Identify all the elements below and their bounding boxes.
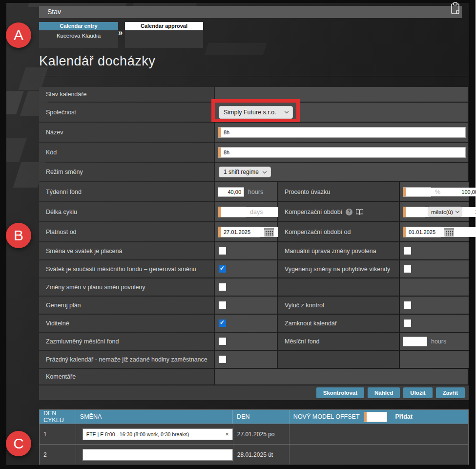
cycle-day-cell: 2 (40, 445, 76, 465)
label-kompenzacni-obdobi-od: Kompenzační období od (278, 222, 399, 241)
workflow-step-assignee: Kucerova Klaudia (39, 30, 118, 39)
offset-input[interactable] (367, 412, 387, 422)
empty-value-cell (400, 351, 469, 368)
label-delka-cyklu: Délka cyklu (39, 202, 214, 221)
label-platnost-od: Platnost od (39, 222, 214, 241)
komentare-value[interactable] (215, 369, 468, 384)
status-bar: Stav (39, 6, 462, 18)
label-kompenzacni-obdobi: Kompenzační období (285, 209, 342, 215)
chevron-down-icon (263, 169, 267, 173)
offset-input-wrap (364, 412, 387, 422)
label-nazev: Název (39, 123, 214, 142)
book-icon[interactable] (355, 209, 364, 215)
label-spolecnost: Společnost (39, 103, 214, 122)
shift-combobox[interactable] (83, 429, 232, 440)
decor-shape (6, 138, 27, 162)
shift-combobox[interactable] (83, 449, 232, 460)
workflow-step-assignee (125, 30, 203, 33)
label-svatek-soucasti: Svátek je součástí měsíčního fondu – gen… (39, 260, 214, 277)
platnost-od-wrap (218, 227, 260, 237)
rezim-smeny-select[interactable]: 1 shift regime (219, 167, 271, 177)
label-manualni-uprava: Manuální úprava změny povolena (278, 242, 399, 259)
clipboard-icon[interactable] (450, 2, 461, 16)
checkbox-vygeneruj-vikendy[interactable] (404, 265, 411, 273)
label-zamknout: Zamknout kalendář (278, 315, 399, 332)
shift-combobox-wrap: × (83, 428, 233, 440)
workflow-step-header: Calendar entry (39, 22, 118, 30)
shift-table-row: 1 × 27.01.2025 po (40, 424, 468, 444)
procento-uvazku-unit: % (435, 189, 440, 195)
zavrit-button[interactable]: Zavřít (436, 387, 465, 398)
checkbox-svatek-soucasti[interactable] (219, 265, 226, 273)
checkbox-manualni-uprava[interactable] (404, 247, 411, 255)
pridat-button[interactable]: Přidat (395, 413, 413, 420)
ulozit-button[interactable]: Uložit (403, 387, 432, 398)
mesicni-fond-input[interactable] (403, 337, 427, 346)
kompenzacni-obdobi-wrap (403, 207, 425, 217)
offset-label: NOVÝ MODEL OFFSET (293, 413, 360, 420)
tydenni-fond-input[interactable] (218, 188, 244, 196)
shift-table-header: DEN CYKLU SMĚNA DEN NOVÝ MODEL OFFSET Př… (40, 410, 468, 424)
annotation-circle-c: C (6, 431, 31, 456)
skontrolovat-button[interactable]: Skontrolovat (316, 387, 364, 398)
annotation-circle-b: B (6, 223, 31, 248)
annotation-circle-a: A (6, 22, 31, 48)
decor-shape (205, 43, 267, 55)
shift-table-row: 2 28.01.2025 út (40, 444, 468, 465)
label-stav-kalendare: Stav kalendáře (39, 87, 214, 102)
kod-input[interactable] (221, 148, 465, 157)
checkbox-viditelne[interactable] (219, 320, 226, 327)
rezim-smeny-select-value: 1 shift regime (224, 169, 259, 175)
checkbox-zazmluvneny[interactable] (219, 338, 226, 345)
procento-uvazku-input[interactable] (406, 188, 476, 196)
kompenzacni-obdobi-od-input[interactable] (406, 227, 476, 237)
label-zmeny-smen: Změny směn v plánu směn povoleny (39, 278, 214, 296)
label-komentare: Komentáře (39, 369, 214, 384)
checkbox-vyluc-kontrol[interactable] (404, 301, 411, 309)
checkbox-zmeny-smen[interactable] (219, 283, 226, 291)
nahled-button[interactable]: Náhled (368, 387, 400, 398)
checkbox-generuj-plan[interactable] (219, 301, 226, 309)
label-rezim-smeny: Režim směny (39, 163, 214, 181)
empty-label-cell (278, 278, 399, 296)
spolecnost-select[interactable]: Simply Future s.r.o. (219, 106, 293, 119)
mesicni-fond-wrap (403, 337, 427, 346)
calendar-icon[interactable] (264, 227, 274, 237)
clear-icon[interactable]: × (225, 430, 229, 438)
label-vyluc-kontrol: Vyluč z kontrol (278, 297, 399, 314)
kod-input-wrap (218, 147, 466, 158)
calendar-icon[interactable] (444, 227, 455, 237)
label-smena-svatek: Směna ve svátek je placená (39, 242, 214, 259)
empty-value-cell (400, 278, 469, 296)
nazev-input-wrap (218, 127, 466, 138)
kompenzacni-obdobi-od-wrap (403, 227, 441, 237)
page-title: Kalendář docházky (39, 54, 155, 69)
offset-cell (290, 445, 468, 465)
chevron-down-icon (285, 109, 289, 113)
label-procento-uvazku: Procento úvazku (278, 182, 399, 201)
spolecnost-select-value: Simply Future s.r.o. (224, 109, 276, 116)
shift-combobox-wrap (83, 449, 233, 461)
checkbox-smena-svatek[interactable] (219, 247, 226, 255)
delka-cyklu-unit: days (250, 209, 263, 215)
column-smena: SMĚNA (76, 410, 233, 424)
form-actions: Skontrolovat Náhled Uložit Zavřít (39, 385, 469, 400)
checkbox-prazdny-kalendar[interactable] (219, 356, 226, 363)
offset-cell (290, 424, 468, 444)
label-vygeneruj-vikendy: Vygeneruj směny na pohyblivé víkendy (278, 260, 399, 277)
tydenni-fond-wrap (218, 187, 244, 197)
label-tydenni-fond: Týdenní fond (39, 182, 214, 201)
kompenzacni-obdobi-unit-value: měsíc(ů) (431, 209, 453, 215)
empty-label-cell (278, 351, 399, 368)
delka-cyklu-wrap (218, 207, 246, 217)
mesicni-fond-unit: hours (431, 338, 446, 345)
title-divider (39, 76, 469, 76)
kompenzacni-obdobi-unit-select[interactable]: měsíc(ů) (428, 207, 462, 217)
workflow-step-calendar-approval[interactable]: Calendar approval (125, 22, 203, 48)
calendar-form: Stav kalendáře Společnost Simply Future … (39, 87, 469, 400)
help-icon[interactable]: ? (346, 209, 352, 215)
checkbox-zamknout[interactable] (404, 320, 411, 327)
workflow-step-header: Calendar approval (125, 22, 203, 30)
nazev-input[interactable] (221, 128, 465, 137)
workflow-step-calendar-entry[interactable]: Calendar entry Kucerova Klaudia (39, 22, 118, 48)
